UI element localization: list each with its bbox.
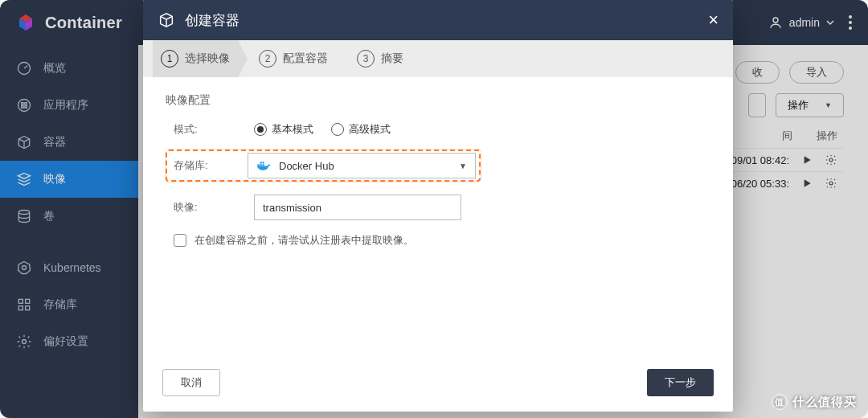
svg-rect-21 [260, 164, 262, 166]
svg-rect-24 [263, 162, 264, 163]
pull-checkbox[interactable] [174, 234, 186, 247]
step-label: 选择映像 [185, 51, 230, 66]
image-row: 映像: [174, 195, 710, 220]
cancel-button[interactable]: 取消 [162, 369, 220, 396]
watermark-badge-icon: 值 [772, 394, 788, 410]
repo-select[interactable]: Docker Hub ▼ [248, 153, 476, 178]
watermark-text: 什么值得买 [792, 395, 857, 410]
step-configure[interactable]: 2 配置容器 [251, 40, 336, 77]
chevron-down-icon: ▼ [459, 162, 467, 170]
cube-icon [158, 11, 175, 29]
modal-header: 创建容器 × [143, 0, 733, 40]
radio-icon [254, 123, 267, 136]
section-title: 映像配置 [166, 93, 710, 108]
step-number: 3 [357, 50, 375, 68]
svg-rect-20 [258, 164, 260, 166]
mode-basic-radio[interactable]: 基本模式 [254, 122, 313, 137]
svg-rect-22 [263, 164, 264, 166]
radio-icon [331, 123, 344, 136]
close-icon[interactable]: × [708, 11, 719, 29]
repo-value: Docker Hub [279, 160, 334, 172]
mode-row: 模式: 基本模式 高级模式 [174, 122, 710, 137]
repo-row: 存储库: Docker Hub ▼ [166, 150, 710, 182]
pull-before-create-row: 在创建容器之前，请尝试从注册表中提取映像。 [174, 233, 710, 248]
docker-icon [256, 160, 271, 171]
watermark: 值 什么值得买 [772, 394, 857, 410]
step-select-image[interactable]: 1 选择映像 [153, 40, 238, 77]
mode-advanced-radio[interactable]: 高级模式 [331, 122, 391, 137]
step-label: 摘要 [381, 51, 403, 66]
wizard-steps: 1 选择映像 2 配置容器 3 摘要 [143, 40, 733, 77]
radio-label: 高级模式 [349, 122, 391, 137]
image-input[interactable] [254, 195, 461, 220]
repo-highlight: 存储库: Docker Hub ▼ [166, 150, 481, 182]
image-label: 映像: [174, 200, 254, 215]
step-number: 1 [161, 50, 178, 68]
next-button[interactable]: 下一步 [647, 369, 714, 396]
svg-rect-23 [260, 162, 262, 163]
radio-label: 基本模式 [272, 122, 313, 137]
mode-label: 模式: [174, 122, 254, 137]
step-label: 配置容器 [283, 51, 328, 66]
create-container-modal: 创建容器 × 1 选择映像 2 配置容器 3 摘要 映像配置 模式: 基本模式 [143, 0, 733, 412]
step-summary[interactable]: 3 摘要 [349, 40, 411, 77]
modal-title: 创建容器 [185, 11, 240, 30]
step-number: 2 [259, 50, 276, 68]
modal-body: 映像配置 模式: 基本模式 高级模式 存储库: [143, 77, 733, 362]
repo-label: 存储库: [167, 158, 248, 173]
modal-footer: 取消 下一步 [143, 362, 733, 412]
pull-hint-label: 在创建容器之前，请尝试从注册表中提取映像。 [194, 233, 414, 248]
